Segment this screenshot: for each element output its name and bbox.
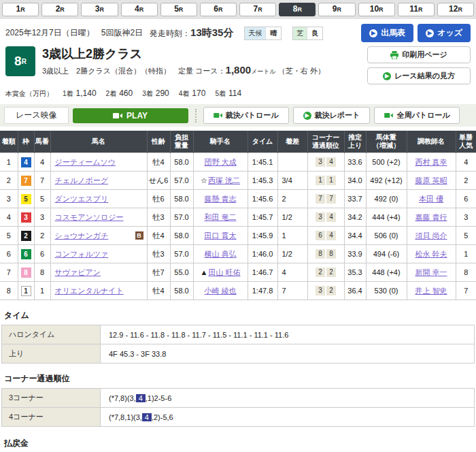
print-page-button[interactable]: 印刷用ページ [367, 46, 471, 63]
jockey-link[interactable]: 横山 典弘 [204, 250, 236, 258]
jockey-link[interactable]: 小崎 綾也 [204, 287, 236, 295]
patrol-button[interactable]: 全周パトロール [374, 107, 460, 124]
corner4-label: 4コーナー [2, 408, 101, 427]
trainer-cell: 須貝 尚介 [407, 227, 456, 245]
race-results-table: 着順枠馬番馬名性齢負担 重量騎手名タイム着差コーナー 通過順位推定 上り馬体重 … [0, 131, 476, 300]
race-tab-6r[interactable]: 6R [200, 3, 237, 16]
horse-name-link[interactable]: チェルノボーグ [55, 176, 109, 184]
race-tab-2r[interactable]: 2R [41, 3, 78, 16]
prize-item: 5着114 [215, 88, 241, 98]
race-video-label: レース映像 [4, 107, 69, 124]
horse-name-link[interactable]: コスモアンソロジー [55, 213, 124, 221]
frame-cell: 5 [18, 190, 34, 208]
race-tab-3r[interactable]: 3R [81, 3, 118, 16]
video-camera-icon [384, 112, 393, 118]
column-header: 調教師名 [407, 131, 456, 153]
table-row: 666コンフォルツァ牡357.0横山 典弘1:46.01/28833.9494 … [0, 245, 476, 263]
win-favorite-rank: 2 [456, 172, 476, 190]
horse-name-cell: コンフォルツァ [50, 245, 147, 263]
corner-position: 7 [326, 194, 336, 204]
horse-number: 3 [34, 208, 50, 227]
horse-name-link[interactable]: ダンツエスプリ [55, 195, 109, 203]
jockey-link[interactable]: 田口 貫太 [204, 231, 236, 240]
horse-number: 7 [34, 172, 50, 190]
sex-age: 牡4 [147, 282, 170, 300]
weather-value: 晴 [265, 27, 281, 39]
table-row: 522ショウナンガチB牡458.0田口 貫太1:45.916434.4506 (… [0, 227, 476, 245]
prize-item: 1着1,140 [63, 88, 97, 98]
corner-order-cell: 11 [307, 172, 344, 190]
trainer-link[interactable]: 井上 智史 [415, 287, 447, 295]
column-header: 推定 上り [344, 131, 366, 153]
prize-items: 1着1,1402着4603着2904着1705着114 [63, 88, 251, 99]
last-3f-time: 36.4 [344, 282, 366, 300]
frame-cell: 3 [18, 208, 34, 227]
table-row: 277チェルノボーグせん657.0☆西塚 洸二1:45.33/41134.049… [0, 172, 476, 190]
jockey-link[interactable]: 団野 大成 [204, 158, 236, 166]
trainer-link[interactable]: 藤原 英昭 [415, 176, 447, 184]
win-favorite-rank: 5 [456, 227, 476, 245]
report-button[interactable]: ▶裁決レポート [293, 107, 371, 124]
sex-age: 牡7 [147, 263, 170, 282]
race-tab-11r[interactable]: 11R [398, 3, 435, 16]
race-tab-9r[interactable]: 9R [318, 3, 355, 16]
jockey-link[interactable]: 田山 旺佑 [208, 268, 240, 276]
race-tab-12r[interactable]: 12R [437, 3, 474, 16]
horse-name-link[interactable]: ショウナンガチ [55, 231, 109, 240]
trainer-link[interactable]: 本田 優 [419, 195, 443, 203]
race-tab-1r[interactable]: 1R [2, 3, 39, 16]
sex-age: 牡6 [147, 190, 170, 208]
sex-age: 牡4 [147, 153, 170, 172]
finish-time: 1:46.7 [248, 263, 277, 282]
margin: 1 [277, 227, 307, 245]
column-header: 着順 [0, 131, 18, 153]
column-header: タイム [248, 131, 277, 153]
frame-cell: 6 [18, 245, 34, 263]
shutsuba-button[interactable]: ▶ 出馬表 [361, 24, 413, 42]
corner3-label: 3コーナー [2, 389, 101, 408]
race-tab-8r[interactable]: 8R [279, 3, 316, 16]
race-tab-4r[interactable]: 4R [121, 3, 158, 16]
jockey-link[interactable]: 藤懸 貴志 [204, 195, 236, 203]
corner-position: 2 [326, 286, 336, 295]
jockey-link[interactable]: 西塚 洸二 [208, 176, 240, 184]
trainer-link[interactable]: 新開 幸一 [415, 268, 447, 276]
column-header: 負担 重量 [170, 131, 193, 153]
printer-icon [390, 51, 398, 59]
column-header: コーナー 通過順位 [307, 131, 344, 153]
horse-name-link[interactable]: サヴァビアン [55, 268, 101, 276]
trainer-link[interactable]: 嘉藤 貴行 [415, 213, 447, 221]
finish-position: 2 [0, 172, 18, 190]
jockey-link[interactable]: 和田 竜二 [204, 213, 236, 221]
patrol-button[interactable]: 裁決パトロール [203, 107, 289, 124]
start-time-value: 13時35分 [190, 27, 233, 38]
jockey-cell: 田口 貫太 [193, 227, 248, 245]
horse-name-link[interactable]: ジーティームソウ [55, 158, 116, 166]
start-time-group: 発走時刻：13時35分 [150, 27, 233, 39]
trainer-link[interactable]: 松永 幹夫 [415, 250, 447, 258]
jockey-cell: 団野 大成 [193, 153, 248, 172]
result-guide-button[interactable]: ▶ レース結果の見方 [367, 67, 471, 84]
last-3f-time: 33.9 [344, 245, 366, 263]
tab-r-suffix: R [20, 6, 25, 13]
race-tab-7r[interactable]: 7R [239, 3, 276, 16]
horse-name-link[interactable]: オリエンタルナイト [55, 287, 124, 295]
race-video-play-button[interactable]: PLAY [73, 108, 188, 123]
odds-button[interactable]: ▶ オッズ [418, 24, 471, 42]
video-camera-icon [113, 112, 122, 119]
frame-badge: 8 [21, 268, 31, 278]
trainer-link[interactable]: 須貝 尚介 [415, 231, 447, 240]
race-tab-10r[interactable]: 10R [358, 3, 395, 16]
horse-name-cell: ショウナンガチB [50, 227, 147, 245]
horse-name-cell: サヴァビアン [50, 263, 147, 282]
tab-r-suffix: R [379, 6, 384, 13]
race-title: 3歳以上2勝クラス [42, 46, 367, 61]
horse-name-link[interactable]: コンフォルツァ [55, 250, 109, 258]
trainer-link[interactable]: 西村 真幸 [415, 158, 447, 166]
frame-badge: 4 [21, 157, 31, 167]
horse-number: 4 [34, 153, 50, 172]
carried-weight: 58.0 [170, 227, 193, 245]
horse-weight: 444 (+4) [366, 208, 407, 227]
frame-cell: 2 [18, 227, 34, 245]
race-tab-5r[interactable]: 5R [160, 3, 197, 16]
